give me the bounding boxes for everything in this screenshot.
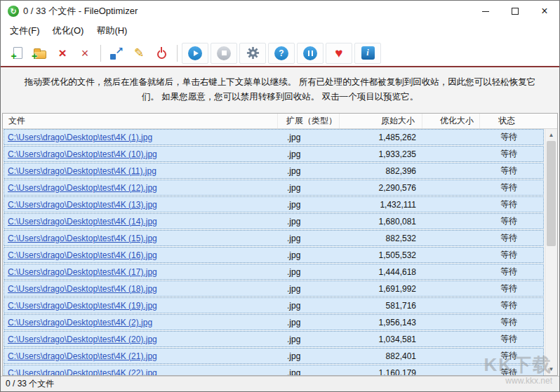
cell-original: 1,444,618 [340,267,423,277]
table-row[interactable]: C:\Users\drago\Desktop\test\4K (22).jpg.… [4,365,544,375]
table-row[interactable]: C:\Users\drago\Desktop\test\4K (20).jpg.… [4,331,544,347]
file-link[interactable]: C:\Users\drago\Desktop\test\4K (13).jpg [8,200,157,210]
pause-button[interactable] [297,43,324,64]
cell-original: 1,432,111 [340,200,423,210]
cell-status: 等待 [481,165,544,177]
cell-ext: .jpg [279,200,340,210]
table-row[interactable]: C:\Users\drago\Desktop\test\4K (1).jpg.j… [4,129,544,145]
cell-file: C:\Users\drago\Desktop\test\4K (19).jpg [4,301,279,311]
remove-entry-button[interactable]: × [51,43,74,64]
file-link[interactable]: C:\Users\drago\Desktop\test\4K (11).jpg [8,166,156,176]
open-externally-icon: ↗ [110,47,123,60]
scroll-down-icon[interactable]: ▼ [545,363,557,375]
column-header-1[interactable]: 扩展（类型） [278,114,340,128]
column-header-2[interactable]: 原始大小 [340,114,422,128]
file-link[interactable]: C:\Users\drago\Desktop\test\4K (15).jpg [8,234,157,243]
cell-file: C:\Users\drago\Desktop\test\4K (11).jpg [4,166,279,176]
file-link[interactable]: C:\Users\drago\Desktop\test\4K (22).jpg [8,368,157,375]
table-row[interactable]: C:\Users\drago\Desktop\test\4K (15).jpg.… [4,230,544,246]
file-link[interactable]: C:\Users\drago\Desktop\test\4K (10).jpg [8,149,157,159]
file-link[interactable]: C:\Users\drago\Desktop\test\4K (19).jpg [8,301,157,311]
cell-status: 等待 [481,131,544,143]
file-link[interactable]: C:\Users\drago\Desktop\test\4K (18).jpg [8,284,157,294]
cell-status: 等待 [481,182,544,194]
cell-ext: .jpg [279,368,340,375]
pause-icon [303,46,317,60]
cell-status: 等待 [481,367,544,375]
menu-help[interactable]: 帮助(H) [90,22,133,39]
cell-status: 等待 [481,299,544,311]
cell-original: 882,532 [340,234,423,243]
scrollbar-track[interactable] [545,141,557,363]
table-row[interactable]: C:\Users\drago\Desktop\test\4K (21).jpg.… [4,348,544,364]
close-button[interactable]: × [530,1,559,22]
cell-original: 581,716 [340,301,423,311]
add-file-icon: + [13,47,22,59]
optimize-start-button[interactable] [182,43,208,64]
donate-button[interactable]: ♥ [326,43,352,64]
cell-file: C:\Users\drago\Desktop\test\4K (18).jpg [4,284,279,294]
toolbar: + + × × ↗ ✎ [1,40,559,66]
cell-status: 等待 [481,266,544,278]
minimize-button[interactable] [471,1,500,22]
about-button[interactable]: i [354,43,381,64]
open-externally-button[interactable]: ↗ [105,43,128,64]
file-link[interactable]: C:\Users\drago\Desktop\test\4K (21).jpg [8,351,157,361]
menu-file[interactable]: 文件(F) [4,22,46,39]
instructions-text: 拖动要优化的文件，然后在准备就绪后，单击右键上下文菜单以继续。 所有已处理的文件… [1,67,559,113]
table-row[interactable]: C:\Users\drago\Desktop\test\4K (14).jpg.… [4,213,544,229]
table-row[interactable]: C:\Users\drago\Desktop\test\4K (17).jpg.… [4,264,544,280]
table-row[interactable]: C:\Users\drago\Desktop\test\4K (11).jpg.… [4,163,544,179]
status-bar: 0 / 33 个文件 [1,376,559,391]
cell-file: C:\Users\drago\Desktop\test\4K (21).jpg [4,351,279,361]
cell-ext: .jpg [279,149,340,159]
menu-optimize[interactable]: 优化(O) [46,22,91,39]
table-row[interactable]: C:\Users\drago\Desktop\test\4K (18).jpg.… [4,281,544,297]
file-link[interactable]: C:\Users\drago\Desktop\test\4K (14).jpg [8,217,157,227]
cell-file: C:\Users\drago\Desktop\test\4K (10).jpg [4,149,279,159]
cell-original: 1,485,262 [340,133,423,142]
cell-ext: .jpg [279,301,340,311]
stop-icon [217,46,231,60]
file-link[interactable]: C:\Users\drago\Desktop\test\4K (12).jpg [8,183,157,193]
table-row[interactable]: C:\Users\drago\Desktop\test\4K (19).jpg.… [4,297,544,313]
file-link[interactable]: C:\Users\drago\Desktop\test\4K (20).jpg [8,334,157,344]
help-button[interactable]: ? [268,43,295,64]
edit-pencil-icon: ✎ [134,46,144,60]
power-icon [157,50,166,59]
cell-status: 等待 [481,148,544,160]
cell-ext: .jpg [279,234,340,243]
table-row[interactable]: C:\Users\drago\Desktop\test\4K (13).jpg.… [4,196,544,212]
cell-file: C:\Users\drago\Desktop\test\4K (12).jpg [4,183,279,193]
remove-all-icon: × [81,47,89,60]
toolbar-separator [100,45,101,62]
cell-original: 1,933,235 [340,149,423,159]
cell-status: 等待 [481,316,544,328]
file-link[interactable]: C:\Users\drago\Desktop\test\4K (2).jpg [8,318,152,327]
add-folder-button[interactable]: + [29,43,51,64]
options-button[interactable] [239,43,266,64]
file-link[interactable]: C:\Users\drago\Desktop\test\4K (16).jpg [8,250,157,260]
file-link[interactable]: C:\Users\drago\Desktop\test\4K (17).jpg [8,267,157,277]
table-row[interactable]: C:\Users\drago\Desktop\test\4K (12).jpg.… [4,180,544,196]
edit-button[interactable]: ✎ [128,43,150,64]
exit-button[interactable] [150,43,173,64]
optimize-stop-button[interactable] [211,43,237,64]
maximize-button[interactable] [500,1,530,22]
cell-ext: .jpg [279,250,340,260]
cell-status: 等待 [481,215,544,227]
cell-ext: .jpg [279,217,340,227]
file-link[interactable]: C:\Users\drago\Desktop\test\4K (1).jpg [8,133,152,142]
column-header-3[interactable]: 优化大小 [422,114,480,128]
scrollbar-thumb[interactable] [547,141,556,246]
table-row[interactable]: C:\Users\drago\Desktop\test\4K (2).jpg.j… [4,314,544,330]
remove-all-button[interactable]: × [74,43,96,64]
column-header-0[interactable]: 文件 [3,114,278,128]
table-row[interactable]: C:\Users\drago\Desktop\test\4K (10).jpg.… [4,146,544,162]
column-header-4[interactable]: 状态 [480,114,557,128]
table-row[interactable]: C:\Users\drago\Desktop\test\4K (16).jpg.… [4,247,544,263]
vertical-scrollbar[interactable]: ▲ ▼ [545,129,557,375]
add-files-button[interactable]: + [6,43,29,64]
cell-original: 1,691,992 [340,284,423,294]
scroll-up-icon[interactable]: ▲ [545,129,557,141]
